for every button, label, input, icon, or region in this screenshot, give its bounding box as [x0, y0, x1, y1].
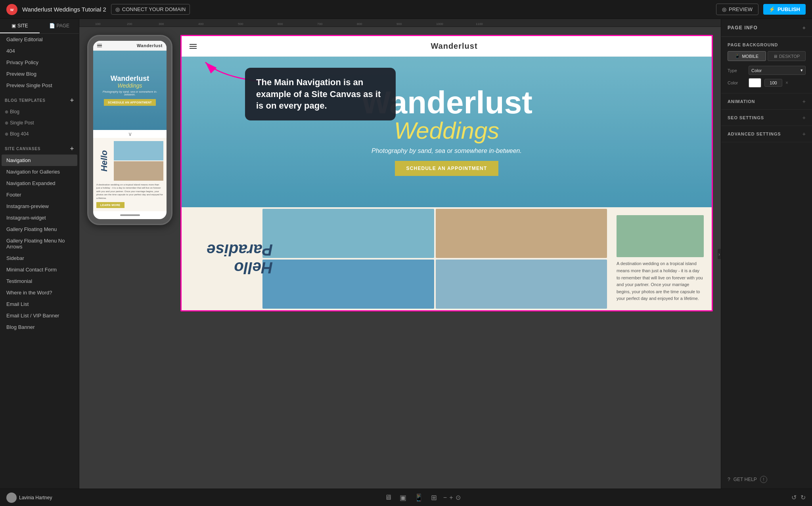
- canvas-area: 100 200 300 400 500 600 700 800 900 1000…: [79, 19, 721, 489]
- opacity-x-icon[interactable]: ×: [785, 80, 788, 86]
- site-icon: ▣: [11, 23, 16, 29]
- right-sidebar: PAGE INFO + PAGE BACKGROUND 📱 MOBILE 🖥 D…: [721, 19, 812, 489]
- tab-site[interactable]: ▣ SITE: [0, 19, 40, 33]
- sidebar-item-nav-galleries[interactable]: Navigation for Galleries: [2, 166, 77, 178]
- phone-hero-text: Wanderlust Weddings Photography by sand,…: [93, 71, 167, 110]
- page-info-expand-icon[interactable]: +: [802, 25, 806, 31]
- desktop-cta-button[interactable]: SCHEDULE AN APPOINTMENT: [395, 161, 498, 176]
- get-help-row[interactable]: ? GET HELP !: [728, 476, 806, 483]
- type-select[interactable]: Color ▾: [749, 66, 806, 75]
- phone-content-section: Hello A destination wedding on a tropica…: [93, 138, 167, 211]
- zoom-in-button[interactable]: +: [449, 494, 453, 501]
- right-sidebar-footer: ? GET HELP !: [721, 470, 812, 489]
- sidebar-item-404[interactable]: 404: [2, 45, 77, 57]
- desktop-tab[interactable]: 🖥 DESKTOP: [768, 51, 806, 61]
- sidebar-item-preview-single-post[interactable]: Preview Single Post: [2, 80, 77, 91]
- sidebar-item-minimal-contact[interactable]: Minimal Contact Form: [2, 264, 77, 275]
- phone-hero: Wanderlust Weddings Photography by sand,…: [93, 51, 167, 130]
- connect-domain-button[interactable]: ◎ CONNECT YOUR DOMAIN: [111, 4, 190, 15]
- sidebar-item-gallery-floating-menu[interactable]: Gallery Floating Menu: [2, 223, 77, 235]
- sidebar-item-sidebar[interactable]: Sidebar: [2, 252, 77, 264]
- help-icon: ?: [728, 477, 730, 482]
- sidebar-item-footer[interactable]: Footer: [2, 189, 77, 200]
- sidebar-item-email-list-vip[interactable]: Email List / VIP Banner: [2, 310, 77, 321]
- device-tabs: 📱 MOBILE 🖥 DESKTOP: [728, 51, 806, 61]
- desktop-view-button[interactable]: 🖥: [383, 492, 393, 503]
- gallery-heading-rotated: Hello Paradise: [182, 219, 273, 298]
- tab-page[interactable]: 📄 PAGE: [40, 19, 79, 33]
- sidebar-item-blog-banner[interactable]: Blog Banner: [2, 321, 77, 333]
- sidebar-item-instagram-preview[interactable]: Instagram-preview: [2, 200, 77, 212]
- mobile-view-button[interactable]: 📱: [413, 492, 425, 504]
- blog-templates-header: BLOG TEMPLATES +: [0, 91, 79, 106]
- tablet-view-button[interactable]: ▣: [398, 492, 408, 504]
- chevron-down-icon: ▾: [801, 68, 803, 73]
- sidebar-item-single-post[interactable]: ⊕Single Post: [2, 117, 77, 128]
- animation-section[interactable]: ANIMATION +: [721, 94, 812, 110]
- sidebar-item-blog[interactable]: ⊕Blog: [2, 106, 77, 117]
- redo-button[interactable]: ↻: [801, 494, 806, 501]
- animation-expand-icon: +: [802, 98, 806, 105]
- advanced-settings-section[interactable]: ADVANCED SETTINGS +: [721, 126, 812, 142]
- gallery-img-1: [262, 209, 434, 258]
- color-swatch[interactable]: [749, 78, 761, 88]
- canvas-right-toggle[interactable]: ›: [718, 249, 721, 259]
- add-canvas-button[interactable]: +: [70, 145, 74, 152]
- color-label: Color: [728, 80, 745, 85]
- phone-hello-text: Hello: [96, 153, 124, 169]
- desktop-hero-subtitle: Photography by sand, sea or somewhere in…: [361, 147, 532, 155]
- topbar: W Wanderlust Weddings Tutorial 2 ◎ CONNE…: [0, 0, 812, 19]
- gallery-img-4: [436, 260, 607, 309]
- sidebar-item-blog-404[interactable]: ⊕Blog 404: [2, 128, 77, 139]
- sidebar-item-navigation[interactable]: Navigation: [2, 155, 77, 166]
- desktop-hamburger-icon: [190, 44, 197, 49]
- preview-button[interactable]: ◎ PREVIEW: [716, 4, 758, 15]
- bottom-right: ↺ ↻: [791, 494, 806, 501]
- opacity-input[interactable]: [764, 79, 782, 87]
- lightning-icon: ⚡: [769, 6, 775, 12]
- page-background-title: PAGE BACKGROUND: [728, 42, 806, 47]
- grid-button[interactable]: ⊞: [429, 492, 439, 504]
- tooltip-box: The Main Navigation is an example of a S…: [245, 68, 396, 120]
- bottom-left: Lavinia Hartney: [6, 493, 52, 503]
- seo-settings-section[interactable]: SEO SETTINGS +: [721, 110, 812, 126]
- zoom-out-button[interactable]: −: [443, 494, 447, 501]
- desktop-brand: Wanderlust: [205, 42, 704, 51]
- sidebar-item-email-list[interactable]: Email List: [2, 298, 77, 310]
- mobile-icon: 📱: [735, 53, 740, 59]
- svg-text:W: W: [10, 8, 14, 12]
- sidebar-item-privacy-policy[interactable]: Privacy Policy: [2, 57, 77, 68]
- toggle-icon: ›: [718, 252, 720, 257]
- main-layout: ▣ SITE 📄 PAGE Gallery Editorial 404 Priv…: [0, 19, 812, 489]
- gallery-images: [261, 207, 609, 310]
- globe-icon: ◎: [115, 6, 120, 12]
- tooltip-text: The Main Navigation is an example of a S…: [256, 77, 381, 111]
- advanced-label: ADVANCED SETTINGS: [728, 132, 781, 136]
- desktop-hero-italic: Weddings: [361, 117, 532, 144]
- phone-cta-button[interactable]: SCHEDULE AN APPOINTMENT: [104, 99, 156, 106]
- sidebar-item-where-in-word[interactable]: Where in the Word?: [2, 287, 77, 298]
- sidebar-item-instagram-widget[interactable]: Instagram-widget: [2, 212, 77, 223]
- sidebar-item-nav-expanded[interactable]: Navigation Expanded: [2, 178, 77, 189]
- mobile-tab[interactable]: 📱 MOBILE: [728, 51, 766, 61]
- zoom-fit-button[interactable]: ⊙: [456, 494, 461, 501]
- phone-learn-button[interactable]: LEARN MORE: [96, 202, 124, 208]
- gallery-right-panel: A destination wedding on a tropical isla…: [609, 207, 712, 310]
- site-canvases-header: SITE CANVASES +: [0, 139, 79, 155]
- add-blog-template-button[interactable]: +: [70, 97, 74, 104]
- gallery-thumb-img: [617, 215, 704, 257]
- undo-button[interactable]: ↺: [791, 494, 797, 501]
- phone-nav: Wanderlust: [93, 41, 167, 51]
- gallery-img-2: [436, 209, 607, 258]
- sidebar-item-preview-blog[interactable]: Preview Blog: [2, 68, 77, 80]
- publish-button[interactable]: ⚡ PUBLISH: [763, 4, 806, 15]
- sidebar-item-gallery-editorial[interactable]: Gallery Editorial: [2, 34, 77, 45]
- phone-home-indicator: [120, 214, 140, 216]
- left-sidebar: ▣ SITE 📄 PAGE Gallery Editorial 404 Priv…: [0, 19, 79, 489]
- phone-chevron-icon: ∨: [93, 130, 167, 138]
- sidebar-item-gallery-floating-no-arrows[interactable]: Gallery Floating Menu No Arrows: [2, 235, 77, 252]
- sidebar-item-testimonial[interactable]: Testimonial: [2, 275, 77, 287]
- right-sidebar-header: PAGE INFO +: [721, 19, 812, 37]
- ruler-top: 100 200 300 400 500 600 700 800 900 1000…: [79, 19, 721, 27]
- phone-hero-italic: Weddings: [97, 82, 163, 89]
